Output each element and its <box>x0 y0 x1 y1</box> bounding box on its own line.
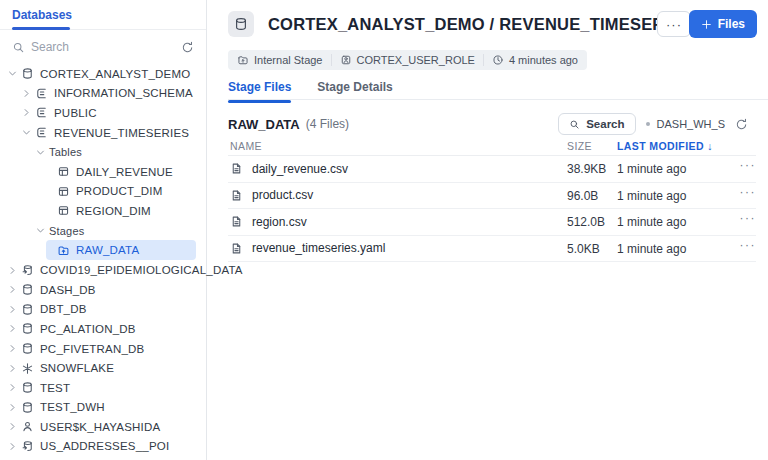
badge-label: 4 minutes ago <box>509 54 578 66</box>
plus-icon <box>701 19 712 30</box>
badge-separator <box>483 54 484 66</box>
sidebar-item-public[interactable]: PUBLIC <box>0 103 206 123</box>
search-input[interactable] <box>31 40 175 54</box>
user-icon <box>21 420 34 433</box>
clock-icon <box>492 54 504 66</box>
column-last-modified-sort[interactable]: LAST MODIFIED ↓ <box>617 140 713 152</box>
chevron-right-icon[interactable] <box>7 440 21 452</box>
badge-label: CORTEX_USER_ROLE <box>357 54 475 66</box>
chevron-right-icon[interactable] <box>7 264 21 276</box>
file-icon <box>230 242 243 255</box>
chevron-down-icon[interactable] <box>35 146 49 158</box>
warehouse-selector[interactable]: DASH_WH_S <box>646 118 725 130</box>
add-files-button[interactable]: Files <box>689 10 757 38</box>
file-row-region-csv[interactable]: region.csv512.0B1 minute ago··· <box>228 209 756 236</box>
sidebar-item-dbt-db[interactable]: DBT_DB <box>0 300 206 320</box>
sidebar-item-label: PRODUCT_DIM <box>76 185 163 197</box>
sidebar-item-dash-db[interactable]: DASH_DB <box>0 280 206 300</box>
column-size[interactable]: SIZE <box>567 140 592 152</box>
row-menu-button[interactable]: ··· <box>740 185 757 199</box>
sidebar-item-label: REVENUE_TIMESERIES <box>54 127 189 139</box>
file-name-cell: daily_revenue.csv <box>230 156 348 182</box>
database-icon <box>21 401 34 414</box>
file-row-revenue-timeseries-yaml[interactable]: revenue_timeseries.yaml5.0KB1 minute ago… <box>228 236 756 263</box>
sidebar-item-snowflake[interactable]: SNOWFLAKE <box>0 358 206 378</box>
sidebar-item-label: CORTEX_ANALYST_DEMO <box>40 68 190 80</box>
files-list-controls: Search DASH_WH_S <box>558 113 748 135</box>
sidebar-item-raw-data[interactable]: RAW_DATA <box>46 240 196 260</box>
sidebar-item-label: DASH_DB <box>40 284 96 296</box>
files-search-button[interactable]: Search <box>558 113 635 135</box>
chevron-down-icon[interactable] <box>35 225 49 237</box>
sidebar-item-test-dwh[interactable]: TEST_DWH <box>0 398 206 418</box>
stage-name-title: RAW_DATA <box>228 117 300 132</box>
table-icon <box>57 204 70 217</box>
refresh-icon[interactable] <box>735 118 748 131</box>
files-table-header-row: NAME SIZE LAST MODIFIED ↓ <box>228 138 756 156</box>
chevron-right-icon[interactable] <box>7 343 21 355</box>
sidebar-item-pc-alation-db[interactable]: PC_ALATION_DB <box>0 319 206 339</box>
search-icon <box>569 119 580 130</box>
sidebar-item-label: INFORMATION_SCHEMA <box>54 87 193 99</box>
chevron-right-icon[interactable] <box>7 421 21 433</box>
sidebar-item-tables[interactable]: Tables <box>0 142 206 162</box>
sidebar-item-daily-revenue[interactable]: DAILY_REVENUE <box>0 162 206 182</box>
chevron-right-icon[interactable] <box>7 323 21 335</box>
sidebar-item-product-dim[interactable]: PRODUCT_DIM <box>0 182 206 202</box>
file-name: revenue_timeseries.yaml <box>252 241 385 255</box>
tabs-divider <box>228 99 768 100</box>
sidebar-item-label: REGION_DIM <box>76 205 151 217</box>
row-menu-button[interactable]: ··· <box>740 211 757 225</box>
chevron-right-icon[interactable] <box>21 107 35 119</box>
database-tree: CORTEX_ANALYST_DEMOINFORMATION_SCHEMAPUB… <box>0 64 206 456</box>
files-table-body: daily_revenue.csv38.9KB1 minute ago···pr… <box>228 156 756 262</box>
file-last-modified: 1 minute ago <box>617 215 686 229</box>
sidebar-item-region-dim[interactable]: REGION_DIM <box>0 201 206 221</box>
file-size: 38.9KB <box>567 162 606 176</box>
refresh-icon[interactable] <box>181 41 194 54</box>
badge-internal-stage: Internal Stage <box>237 54 323 66</box>
file-row-product-csv[interactable]: product.csv96.0B1 minute ago··· <box>228 183 756 210</box>
more-actions-button[interactable]: ··· <box>657 11 691 37</box>
sidebar-item-pc-fivetran-db[interactable]: PC_FIVETRAN_DB <box>0 339 206 359</box>
sidebar-item-label: Tables <box>49 146 82 158</box>
stage-metadata-badges: Internal StageCORTEX_USER_ROLE4 minutes … <box>228 50 587 70</box>
file-size: 5.0KB <box>567 242 600 256</box>
chevron-right-icon[interactable] <box>7 401 21 413</box>
sidebar-item-user-k-hayashida[interactable]: USER$K_HAYASHIDA <box>0 417 206 437</box>
chevron-down-icon[interactable] <box>21 127 35 139</box>
file-size: 512.0B <box>567 215 605 229</box>
sort-desc-icon: ↓ <box>707 140 713 152</box>
sidebar-item-revenue-timeseries[interactable]: REVENUE_TIMESERIES <box>0 123 206 143</box>
column-name[interactable]: NAME <box>230 140 262 152</box>
chevron-right-icon[interactable] <box>7 362 21 374</box>
sidebar-item-label: DAILY_REVENUE <box>76 166 173 178</box>
chevron-right-icon[interactable] <box>7 303 21 315</box>
badge-separator <box>331 54 332 66</box>
sidebar-item-label: USER$K_HAYASHIDA <box>40 421 160 433</box>
chevron-right-icon[interactable] <box>21 87 35 99</box>
file-size: 96.0B <box>567 189 598 203</box>
tab-databases[interactable]: Databases <box>12 8 72 22</box>
chevron-down-icon[interactable] <box>7 68 21 80</box>
database-icon <box>21 303 34 316</box>
sidebar-search-row <box>0 30 206 64</box>
sidebar-item-us-addresses-poi[interactable]: US_ADDRESSES__POI <box>0 437 206 457</box>
badge-label: Internal Stage <box>254 54 323 66</box>
chevron-right-icon[interactable] <box>7 284 21 296</box>
file-last-modified: 1 minute ago <box>617 242 686 256</box>
sidebar-item-information-schema[interactable]: INFORMATION_SCHEMA <box>0 84 206 104</box>
file-name: daily_revenue.csv <box>252 162 348 176</box>
row-menu-button[interactable]: ··· <box>740 238 757 252</box>
sidebar-item-label: RAW_DATA <box>76 244 139 256</box>
sidebar-item-covid19-epidemiological-data[interactable]: COVID19_EPIDEMIOLOGICAL_DATA <box>0 260 206 280</box>
page-header: CORTEX_ANALYST_DEMO / REVENUE_TIMESERIES… <box>228 10 757 38</box>
sidebar-item-cortex-analyst-demo[interactable]: CORTEX_ANALYST_DEMO <box>0 64 206 84</box>
add-files-label: Files <box>718 17 745 31</box>
sidebar-item-test[interactable]: TEST <box>0 378 206 398</box>
files-table: NAME SIZE LAST MODIFIED ↓ daily_revenue.… <box>228 138 756 262</box>
sidebar-item-stages[interactable]: Stages <box>0 221 206 241</box>
file-row-daily-revenue-csv[interactable]: daily_revenue.csv38.9KB1 minute ago··· <box>228 156 756 183</box>
row-menu-button[interactable]: ··· <box>740 158 757 172</box>
chevron-right-icon[interactable] <box>7 382 21 394</box>
